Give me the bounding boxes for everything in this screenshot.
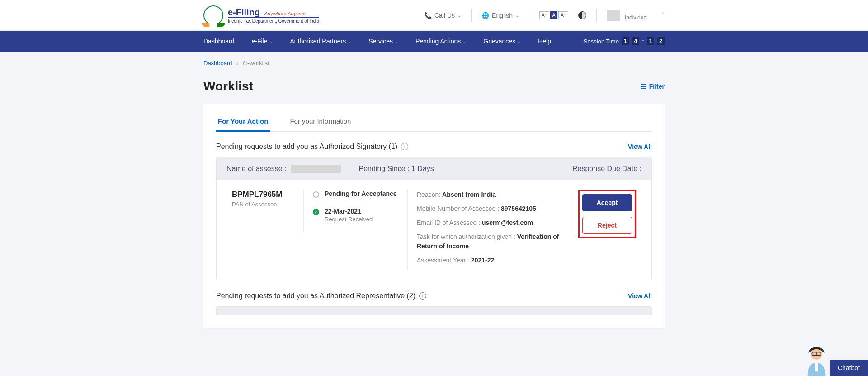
chatbot-avatar-icon (803, 344, 830, 346)
tab-for-your-information[interactable]: For your Information (288, 113, 353, 131)
logo-subtitle: Income Tax Department, Government of Ind… (228, 17, 319, 24)
chevron-down-icon: ⌄ (515, 13, 519, 18)
timeline-received-date: 22-Mar-2021 (325, 208, 373, 215)
accept-button[interactable]: Accept (582, 194, 632, 211)
phone-icon: 📞 (424, 12, 432, 19)
font-decrease-button[interactable]: A⁻ (539, 11, 549, 19)
session-timer: Session Time 1 4 : 1 2 (584, 37, 665, 45)
globe-icon: 🌐 (481, 12, 489, 19)
view-all-link[interactable]: View All (628, 292, 652, 300)
timeline-dot-pending-icon (313, 191, 319, 198)
nav-help[interactable]: Help (538, 38, 551, 45)
font-size-group: A⁻ A A⁺ (539, 11, 568, 19)
info-icon[interactable]: i (419, 292, 426, 300)
chevron-down-icon: ⌄ (395, 39, 398, 44)
nav-dashboard[interactable]: Dashboard (203, 38, 235, 45)
chatbot-fab[interactable]: Chatbot (803, 344, 868, 346)
info-icon[interactable]: i (401, 143, 408, 150)
nav-authorised-partners[interactable]: Authorised Partners⌄ (290, 38, 352, 45)
user-type: Individual (625, 14, 665, 21)
nav-grievances[interactable]: Grievances⌄ (483, 38, 521, 45)
assesse-name-redacted (291, 165, 341, 173)
tab-for-your-action[interactable]: For Your Action (216, 113, 270, 131)
breadcrumb: Dashboard › fo-worklist (203, 60, 665, 67)
timeline-received-label: Request Received (325, 216, 373, 223)
section-title-signatory: Pending requests to add you as Authorize… (216, 143, 408, 151)
request-box: Name of assesse : Pending Since : 1 Days… (216, 157, 652, 280)
logo[interactable]: e-Filing Anywhere Anytime Income Tax Dep… (203, 5, 319, 25)
chevron-down-icon: ⌄ (661, 10, 665, 14)
tabs: For Your Action For your Information (216, 113, 652, 132)
main-nav: Dashboard e-File⌄ Authorised Partners⌄ S… (0, 31, 868, 52)
user-menu[interactable]: ⌄ Individual (607, 10, 665, 21)
pan-value: BPMPL7965M (232, 190, 293, 199)
detail-reason: Reason: Absent from India (417, 190, 564, 200)
timeline-pending-title: Pending for Acceptance (325, 190, 397, 197)
separator (529, 9, 529, 22)
detail-assessment-year: Assessment Year : 2021-22 (417, 256, 564, 265)
chevron-down-icon: ⌄ (458, 13, 461, 18)
view-all-link[interactable]: View All (628, 143, 652, 150)
font-increase-button[interactable]: A⁺ (558, 11, 568, 19)
contrast-toggle[interactable] (578, 11, 586, 19)
call-us-dropdown[interactable]: 📞 Call Us ⌄ (424, 12, 461, 19)
pan-label: PAN of Assessee (232, 201, 293, 208)
response-due-date: Response Due Date : (572, 165, 642, 173)
assesse-label: Name of assesse : (226, 165, 287, 173)
detail-email: Email ID of Assessee : userm@test.com (417, 218, 564, 228)
nav-efile[interactable]: e-File⌄ (252, 38, 273, 45)
chevron-down-icon: ⌄ (517, 39, 521, 44)
worklist-card: For Your Action For your Information Pen… (203, 104, 665, 328)
nav-services[interactable]: Services⌄ (368, 38, 398, 45)
avatar-icon (607, 10, 620, 21)
font-normal-button[interactable]: A (550, 11, 558, 19)
breadcrumb-current: fo-worklist (243, 60, 269, 67)
pending-since: Pending Since : 1 Days (359, 165, 434, 173)
contrast-icon (578, 11, 586, 19)
detail-mobile: Mobile Number of Assessee : 8975642105 (417, 204, 564, 214)
top-header: e-Filing Anywhere Anytime Income Tax Dep… (0, 0, 868, 31)
reject-button[interactable]: Reject (582, 217, 632, 234)
separator (471, 9, 472, 22)
action-highlight-box: Accept Reject (578, 190, 636, 238)
request-box-collapsed (216, 306, 652, 315)
detail-task: Task for which authorization given : Ver… (417, 232, 564, 251)
chevron-down-icon: ⌄ (462, 39, 466, 44)
timeline-dot-done-icon (313, 209, 319, 215)
request-header: Name of assesse : Pending Since : 1 Days… (217, 157, 651, 180)
emblem-icon (203, 5, 223, 25)
section-title-representative: Pending requests to add you as Authorize… (216, 292, 426, 300)
chevron-down-icon: ⌄ (269, 39, 273, 44)
nav-pending-actions[interactable]: Pending Actions⌄ (415, 38, 466, 45)
chevron-down-icon: ⌄ (348, 39, 351, 44)
filter-icon: ☰ (641, 83, 646, 90)
separator (596, 9, 597, 22)
language-dropdown[interactable]: 🌐 English ⌄ (481, 12, 519, 19)
page-title: Worklist (203, 79, 253, 94)
breadcrumb-root[interactable]: Dashboard (203, 60, 232, 67)
filter-button[interactable]: ☰ Filter (641, 83, 665, 90)
logo-title: e-Filing Anywhere Anytime (228, 7, 319, 17)
